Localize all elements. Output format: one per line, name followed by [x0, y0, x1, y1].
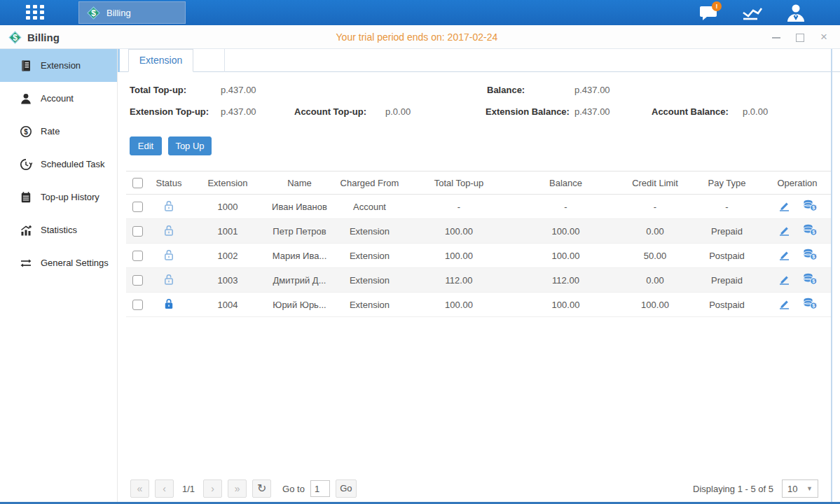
- col-operation: Operation: [764, 172, 831, 195]
- app-tab-billing[interactable]: $ Billing: [78, 1, 186, 24]
- account-icon: [20, 92, 32, 105]
- last-page-button[interactable]: »: [228, 479, 247, 498]
- row-checkbox[interactable]: [132, 300, 143, 310]
- edit-icon[interactable]: [778, 298, 791, 309]
- line-chart-icon: [741, 4, 764, 22]
- balance-cell: -: [511, 195, 620, 219]
- page-size-dropdown[interactable]: 10 ▼: [782, 479, 818, 498]
- row-checkbox[interactable]: [132, 275, 143, 286]
- pay-type-cell: Prepaid: [690, 268, 764, 293]
- go-button[interactable]: Go: [336, 479, 357, 498]
- col-total-topup: Total Top-up: [406, 172, 511, 195]
- svg-text:$: $: [812, 279, 815, 285]
- select-all-checkbox[interactable]: [132, 178, 143, 188]
- col-credit-limit: Credit Limit: [620, 172, 690, 195]
- statistics-icon: [20, 224, 32, 237]
- sidebar-item-rate[interactable]: $ Rate: [0, 115, 117, 148]
- next-page-button[interactable]: ›: [203, 479, 222, 498]
- pay-type-cell: Prepaid: [690, 219, 764, 244]
- displaying-text: Displaying 1 - 5 of 5: [693, 484, 773, 494]
- reports-chart-icon[interactable]: [739, 2, 766, 23]
- sidebar-item-label: Top-up History: [41, 192, 99, 202]
- name-cell: Петр Петров: [266, 219, 333, 244]
- edit-icon[interactable]: [778, 225, 791, 236]
- balance-cell: 100.00: [511, 244, 620, 268]
- refresh-button[interactable]: ↻: [252, 479, 271, 498]
- credit-limit-cell: 100.00: [620, 293, 690, 317]
- pagination-bar: « ‹ 1/1 › » ↻ Go to Go: [130, 479, 357, 498]
- sidebar-nav: Extension Account $ Rate Scheduled Task: [0, 49, 118, 502]
- lock-open-icon[interactable]: [163, 273, 174, 288]
- sidebar-item-statistics[interactable]: Statistics: [0, 214, 117, 246]
- topup-icon[interactable]: $: [803, 224, 818, 236]
- page-indicator: 1/1: [179, 484, 198, 494]
- topup-icon[interactable]: $: [803, 273, 818, 285]
- billing-app-window: $ Billing !: [0, 0, 840, 504]
- goto-page-input[interactable]: [310, 480, 330, 497]
- main-content: Extension Total Top-up: p.437.00 Balance…: [118, 49, 840, 502]
- total-topup-cell: 100.00: [406, 219, 511, 244]
- lock-open-icon[interactable]: [163, 248, 174, 263]
- messages-icon[interactable]: !: [696, 2, 722, 23]
- total-topup-cell: 112.00: [406, 268, 511, 293]
- col-pay-type: Pay Type: [690, 172, 764, 195]
- topup-history-icon: [20, 191, 32, 204]
- chevron-down-icon: ▼: [806, 485, 813, 492]
- row-checkbox[interactable]: [132, 251, 143, 261]
- sidebar-item-label: Extension: [41, 60, 81, 71]
- balance-cell: 100.00: [511, 219, 620, 244]
- table-row: 1001Петр ПетровExtension100.00100.000.00…: [126, 219, 831, 244]
- sidebar-item-scheduled-task[interactable]: Scheduled Task: [0, 148, 117, 181]
- edit-button[interactable]: Edit: [130, 136, 162, 155]
- lock-open-icon[interactable]: [163, 224, 174, 239]
- sidebar-item-account[interactable]: Account: [0, 82, 117, 115]
- svg-text:$: $: [812, 254, 815, 260]
- first-page-button[interactable]: «: [130, 479, 149, 498]
- name-cell: Мария Ива...: [266, 244, 333, 268]
- name-cell: Дмитрий Д...: [266, 268, 333, 293]
- charged-from-cell: Extension: [333, 219, 406, 244]
- close-button[interactable]: ×: [819, 32, 829, 42]
- col-extension: Extension: [189, 172, 266, 195]
- total-topup-cell: -: [406, 195, 511, 219]
- maximize-button[interactable]: [795, 32, 805, 42]
- total-topup-cell: 100.00: [406, 244, 511, 268]
- charged-from-cell: Account: [333, 195, 406, 219]
- row-checkbox[interactable]: [132, 226, 143, 237]
- top-up-button[interactable]: Top Up: [168, 136, 212, 155]
- table-header-row: Status Extension Name Charged From Total…: [126, 172, 831, 195]
- sidebar-item-general-settings[interactable]: General Settings: [0, 246, 117, 279]
- app-grid-menu-icon[interactable]: [24, 4, 50, 21]
- col-name: Name: [266, 172, 333, 195]
- user-account-icon[interactable]: [783, 2, 809, 23]
- top-bar: $ Billing !: [0, 0, 840, 25]
- window-title-bar: $ Billing Your trial period ends on: 201…: [0, 25, 840, 49]
- edit-icon[interactable]: [778, 200, 791, 211]
- sidebar-item-label: Scheduled Task: [41, 159, 105, 169]
- prev-page-button[interactable]: ‹: [155, 479, 174, 498]
- topup-icon[interactable]: $: [803, 200, 818, 211]
- row-checkbox[interactable]: [132, 202, 143, 212]
- tab-extension[interactable]: Extension: [128, 49, 193, 72]
- account-balance-label: Account Balance:: [652, 106, 729, 117]
- total-topup-value: p.437.00: [221, 85, 256, 95]
- app-tab-label: Billing: [106, 8, 131, 18]
- sidebar-item-topup-history[interactable]: Top-up History: [0, 181, 117, 214]
- svg-text:$: $: [24, 127, 28, 135]
- minimize-button[interactable]: [771, 32, 781, 42]
- page-size-value: 10: [787, 484, 797, 494]
- topup-icon[interactable]: $: [803, 298, 818, 309]
- col-charged-from: Charged From: [333, 172, 406, 195]
- table-row: 1003Дмитрий Д...Extension112.00112.000.0…: [126, 268, 831, 293]
- col-balance: Balance: [511, 172, 620, 195]
- sidebar-item-label: Account: [41, 93, 74, 104]
- lock-closed-icon[interactable]: [163, 298, 174, 312]
- sidebar-item-extension[interactable]: Extension: [0, 49, 117, 82]
- extension-balance-label: Extension Balance:: [486, 106, 570, 117]
- edit-icon[interactable]: [778, 274, 791, 285]
- window-right-border: [831, 49, 832, 502]
- topup-icon[interactable]: $: [803, 248, 818, 260]
- lock-open-icon[interactable]: [163, 200, 174, 214]
- edit-icon[interactable]: [778, 249, 791, 260]
- extension-topup-value: p.437.00: [221, 106, 256, 117]
